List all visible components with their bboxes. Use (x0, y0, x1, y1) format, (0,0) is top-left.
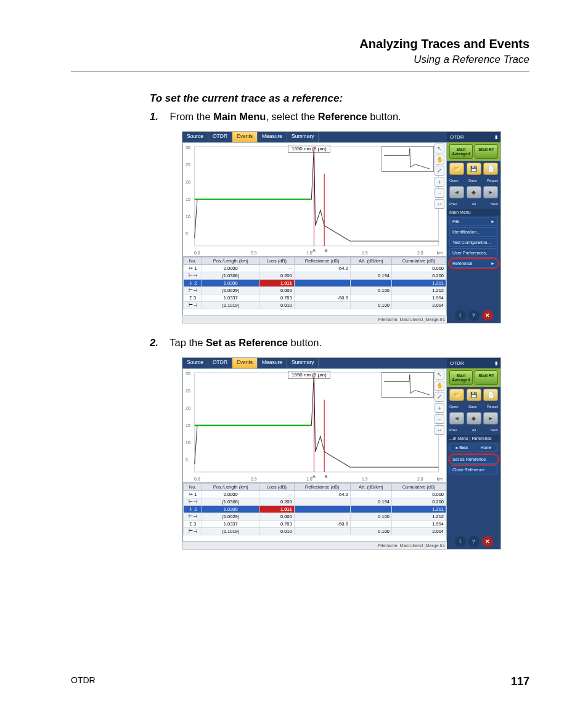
menu-item-set-as-reference[interactable]: Set as Reference (449, 455, 498, 464)
prev-button[interactable]: ◄ (449, 186, 464, 198)
menu-item-user-preferences-[interactable]: User Preferences... (449, 248, 498, 258)
tab-otdr[interactable]: OTDR (208, 132, 232, 142)
all-button[interactable]: ◆ (467, 412, 481, 424)
svg-text:A: A (312, 248, 316, 253)
table-row[interactable]: ↣ 10.0000---64.20.000 (184, 265, 446, 272)
tab-source[interactable]: Source (182, 132, 208, 142)
screenshot-1: Source OTDR Events Measure Summary ✕Fail… (182, 131, 501, 323)
save-button[interactable]: 💾 (467, 163, 481, 175)
screenshot-2: Source OTDR Events Measure Summary ✕Fail… (182, 357, 501, 550)
events-table[interactable]: No. Pos./Length (km) Loss (dB) Reflectan… (183, 257, 446, 309)
close-icon[interactable]: ✕ (482, 310, 493, 321)
svg-text:B: B (325, 248, 328, 253)
back-button[interactable]: ◄ Back (449, 444, 473, 452)
tab-otdr[interactable]: OTDR (208, 358, 232, 368)
main-panel: 1550 nm (9 μm) 30252015105 0.00.51.01.52… (182, 142, 447, 315)
table-row[interactable]: Σ 31.03370.783-50.51.994 (184, 294, 446, 302)
start-averaged-button[interactable]: Start Averaged (449, 144, 473, 159)
table-row[interactable]: ⊢⊣ (1.0308)0.2000.1940.200 (184, 498, 446, 506)
table-row[interactable]: ⊢⊣ (1.0308)0.2000.1940.200 (184, 272, 446, 280)
tab-measure[interactable]: Measure (258, 358, 287, 368)
menu-item-file[interactable]: File► (449, 217, 498, 226)
pointer-icon[interactable]: ↖ (435, 370, 444, 379)
info-icon[interactable]: i (455, 310, 466, 321)
filename-label: Filename: Macrobend_Merge.trc (378, 543, 445, 548)
tab-source[interactable]: Source (182, 358, 208, 368)
svg-text:A: A (312, 474, 316, 479)
step-2: 2. Tap the Set as Reference button. (150, 337, 529, 349)
svg-text:B: B (325, 474, 328, 479)
tab-events[interactable]: Events (232, 358, 258, 368)
header-title: Analyzing Traces and Events (71, 37, 529, 51)
tab-measure[interactable]: Measure (258, 132, 287, 142)
sidebar: OTDR▮ Start Averaged Start RT 📂 💾 📄 Open… (447, 132, 500, 323)
header-rule (71, 71, 529, 71)
chart-toolbar: ↖ ✋ ⤢ ＋ － ↔ (435, 144, 446, 209)
zoom-in-icon[interactable]: ＋ (435, 403, 444, 413)
save-button[interactable]: 💾 (467, 389, 481, 401)
zoom-out-icon[interactable]: － (435, 188, 444, 198)
table-row[interactable]: Σ 31.03370.783-50.51.994 (184, 521, 446, 528)
tab-events[interactable]: Events (232, 132, 258, 142)
table-row[interactable]: ↣ 10.0000---64.20.000 (184, 491, 446, 498)
sidebar: OTDR▮ Start Averaged Start RT 📂 💾 📄 Open… (447, 358, 500, 549)
home-button[interactable]: Home (475, 444, 499, 452)
events-table[interactable]: No. Pos./Length (km) Loss (dB) Reflectan… (183, 483, 446, 535)
table-row[interactable]: ⊢⊣ (0.1019)0.0100.1002.004 (184, 302, 446, 309)
prev-button[interactable]: ◄ (449, 412, 464, 424)
chart-toolbar: ↖ ✋ ⤢ ＋ － ↔ (435, 370, 446, 435)
menu-item-test-configuration-[interactable]: Test Configuration... (449, 238, 498, 247)
main-panel: 1550 nm (9 μm) 30252015105 0.00.51.01.52… (182, 368, 447, 542)
info-icon[interactable]: i (455, 536, 466, 547)
start-rt-button[interactable]: Start RT (475, 144, 498, 159)
start-averaged-button[interactable]: Start Averaged (449, 370, 473, 385)
table-row[interactable]: ⇂ 21.03081.0111.211 (184, 506, 446, 513)
report-button[interactable]: 📄 (483, 389, 498, 401)
table-row[interactable]: ⊢⊣ (0.0029)0.0000.1001.212 (184, 287, 446, 294)
page-footer: OTDR 117 (71, 675, 529, 688)
step-2-number: 2. (150, 337, 167, 349)
hand-icon[interactable]: ✋ (435, 381, 444, 391)
page-header: Analyzing Traces and Events Using a Refe… (71, 37, 529, 66)
trace-chart[interactable]: 1550 nm (9 μm) 30252015105 0.00.51.01.52… (183, 369, 446, 483)
report-button[interactable]: 📄 (483, 163, 498, 175)
battery-icon: ▮ (495, 360, 497, 366)
open-button[interactable]: 📂 (449, 163, 464, 175)
menu-item-close-reference[interactable]: Close Reference (449, 465, 498, 474)
page-number: 117 (511, 675, 529, 688)
next-button[interactable]: ► (483, 186, 498, 198)
menu-item-reference[interactable]: Reference► (449, 259, 498, 268)
fit-icon[interactable]: ⤢ (435, 392, 444, 402)
step-1-number: 1. (150, 111, 167, 123)
ruler-icon[interactable]: ↔ (435, 425, 444, 435)
tab-summary[interactable]: Summary (287, 358, 319, 368)
breadcrumb: ...in Menu | Reference (447, 435, 500, 442)
ruler-icon[interactable]: ↔ (435, 199, 444, 209)
chart-overview[interactable] (382, 372, 434, 398)
next-button[interactable]: ► (483, 412, 498, 424)
trace-chart[interactable]: 1550 nm (9 μm) 30252015105 0.00.51.01.52… (183, 143, 446, 257)
table-row[interactable]: ⇂ 21.03081.0111.211 (184, 280, 446, 287)
table-row[interactable]: ⊢⊣ (0.1019)0.0100.1002.004 (184, 528, 446, 535)
header-subtitle: Using a Reference Trace (71, 54, 529, 66)
zoom-out-icon[interactable]: － (435, 414, 444, 424)
pointer-icon[interactable]: ↖ (435, 144, 444, 153)
battery-icon: ▮ (495, 134, 497, 140)
menu-item-identification-[interactable]: Identification... (449, 227, 498, 237)
tab-summary[interactable]: Summary (287, 132, 319, 142)
help-icon[interactable]: ? (468, 536, 480, 547)
help-icon[interactable]: ? (468, 310, 480, 321)
zoom-in-icon[interactable]: ＋ (435, 177, 444, 187)
all-button[interactable]: ◆ (467, 186, 481, 198)
chart-overview[interactable] (382, 146, 434, 172)
filename-label: Filename: Macrobend_Merge.trc (378, 317, 445, 322)
start-rt-button[interactable]: Start RT (475, 370, 498, 385)
close-icon[interactable]: ✕ (482, 536, 493, 547)
table-row[interactable]: ⊢⊣ (0.0029)0.0000.1001.212 (184, 513, 446, 521)
footer-left: OTDR (71, 675, 96, 688)
main-menu-header: Main Menu (447, 209, 500, 216)
instructions-title: To set the current trace as a reference: (150, 92, 529, 105)
hand-icon[interactable]: ✋ (435, 155, 444, 164)
fit-icon[interactable]: ⤢ (435, 166, 444, 176)
open-button[interactable]: 📂 (449, 389, 464, 401)
